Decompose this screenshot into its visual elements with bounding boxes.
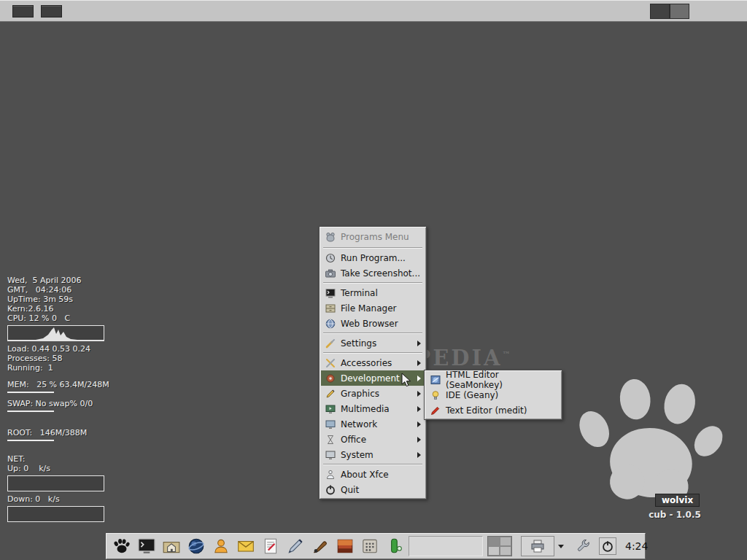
window-button-1[interactable] (12, 5, 34, 18)
sysmon-cpu: CPU: 12 % 0 C (7, 314, 109, 323)
submenu-arrow-icon (417, 360, 421, 366)
submenu-item-label: Text Editor (medit) (446, 405, 527, 416)
launcher-pen[interactable] (285, 535, 306, 557)
workspace-pager[interactable] (487, 536, 512, 556)
graphics-icon (325, 388, 336, 400)
power-button[interactable] (599, 537, 616, 555)
submenu-item-html-editor[interactable]: HTML Editor (SeaMonkey) (426, 372, 560, 387)
menu-item-terminal[interactable]: Terminal (321, 285, 425, 300)
menu-item-settings[interactable]: Settings (321, 335, 425, 351)
menu-item-file-manager[interactable]: File Manager (321, 300, 425, 316)
sysmon-kernel: Kern:2.6.16 (7, 304, 109, 314)
menu-item-office[interactable]: Office (321, 432, 425, 447)
office-icon (325, 434, 336, 446)
settings-icon (325, 338, 336, 349)
system-icon (325, 449, 336, 461)
launcher-mail[interactable] (235, 535, 257, 557)
programs-menu-title: Programs Menu (341, 232, 409, 242)
menu-item-run-program[interactable]: Run Program... (321, 250, 425, 265)
mail-icon (236, 537, 255, 556)
menu-item-about-xfce[interactable]: About Xfce (321, 467, 425, 482)
workspace-2-button[interactable] (670, 4, 689, 19)
workspace-cell-2[interactable] (500, 537, 511, 546)
net-down-graph (7, 506, 104, 522)
submenu-item-text-editor-medit[interactable]: Text Editor (medit) (426, 402, 560, 418)
development-icon (325, 373, 336, 384)
screenshot-icon (325, 268, 336, 279)
menu-item-label: Settings (341, 338, 376, 349)
development-submenu: HTML Editor (SeaMonkey) IDE (Geany) Text… (424, 370, 562, 420)
workspace-cell-4[interactable] (500, 546, 511, 556)
volume-icon (385, 537, 404, 556)
submenu-arrow-icon (417, 376, 421, 381)
setup-button[interactable] (576, 537, 595, 556)
sysmon-uptime: UpTime: 3m 59s (7, 295, 109, 304)
mouse-cursor (401, 373, 411, 391)
sysmon-load: Load: 0.44 0.53 0.24 (7, 344, 109, 354)
submenu-item-label: HTML Editor (SeaMonkey) (446, 370, 557, 390)
menu-item-multimedia[interactable]: Multimedia (321, 401, 425, 416)
sysmon-processes: Processes: 58 (7, 354, 109, 363)
menu-item-label: Run Program... (341, 253, 406, 263)
home-folder-icon (162, 537, 181, 556)
launcher-volume[interactable] (384, 535, 406, 557)
menu-separator (323, 247, 422, 249)
notes-icon (261, 537, 280, 556)
contacts-icon (212, 537, 231, 556)
printer-button[interactable] (521, 536, 554, 556)
printer-dropdown-arrow-icon[interactable] (558, 545, 564, 548)
submenu-arrow-icon (417, 341, 421, 346)
web-browser-icon (187, 537, 206, 556)
system-monitor: Wed, 5 April 2006 GMT, 04:24:06 UpTime: … (7, 276, 109, 525)
menu-item-web-browser[interactable]: Web Browser (321, 316, 425, 331)
wolvix-version: cub - 1.0.5 (642, 510, 708, 520)
submenu-arrow-icon (417, 421, 421, 427)
launcher-contacts[interactable] (210, 535, 232, 557)
menu-item-label: Take Screenshot... (341, 268, 420, 279)
sysmon-mem: MEM: 25 % 63.4M/248M (7, 380, 109, 389)
sysmon-root: ROOT: 146M/388M (7, 428, 109, 438)
panel-clock: 4:24 (625, 540, 648, 552)
sysmon-running: Running: 1 (7, 363, 109, 373)
launcher-web-browser[interactable] (185, 535, 207, 557)
submenu-arrow-icon (417, 452, 421, 458)
paintbrush-icon (311, 537, 330, 556)
desktop: SOFTPEDIA™ Wed, 5 April 2006 GMT, 04:24:… (0, 0, 747, 560)
sysmon-swap: SWAP: No swap% 0/0 (7, 399, 109, 408)
web-browser-icon (325, 318, 336, 330)
programs-menu: Programs Menu Run Program... Take Screen… (319, 226, 427, 499)
network-icon (325, 419, 336, 430)
launcher-image-viewer[interactable] (334, 535, 356, 557)
xfce-mouse-icon (325, 231, 336, 243)
menu-item-label: Network (341, 419, 377, 429)
launcher-notes[interactable] (260, 535, 282, 557)
launcher-wolvix-menu[interactable] (111, 535, 133, 557)
mem-bar (7, 392, 54, 393)
menu-item-take-screenshot[interactable]: Take Screenshot... (321, 265, 425, 281)
workspace-cell-1[interactable] (488, 537, 500, 546)
keypad-icon (360, 537, 379, 556)
sysmon-down: Down: 0 k/s (7, 494, 109, 504)
menu-separator (323, 282, 422, 284)
taskbar-empty-area (409, 536, 483, 556)
menu-item-system[interactable]: System (321, 447, 425, 462)
menu-item-label: File Manager (341, 303, 397, 314)
workspace-1-button[interactable] (650, 4, 670, 19)
menu-item-accessories[interactable]: Accessories (321, 355, 425, 370)
launcher-paint[interactable] (309, 535, 331, 557)
launcher-home[interactable] (160, 535, 182, 557)
launcher-terminal[interactable] (136, 535, 158, 557)
window-button-2[interactable] (41, 5, 62, 18)
sysmon-up: Up: 0 k/s (7, 464, 109, 473)
submenu-arrow-icon (417, 437, 421, 443)
workspace-cell-3[interactable] (488, 546, 500, 556)
menu-item-label: Terminal (341, 288, 378, 298)
menu-separator (323, 464, 422, 465)
root-bar (7, 440, 54, 441)
geany-icon (430, 389, 441, 401)
launcher-keypad[interactable] (359, 535, 381, 557)
menu-item-label: About Xfce (341, 470, 389, 480)
menu-item-quit[interactable]: Quit (321, 482, 425, 497)
menu-item-network[interactable]: Network (321, 416, 425, 432)
submenu-item-label: IDE (Geany) (446, 390, 498, 400)
